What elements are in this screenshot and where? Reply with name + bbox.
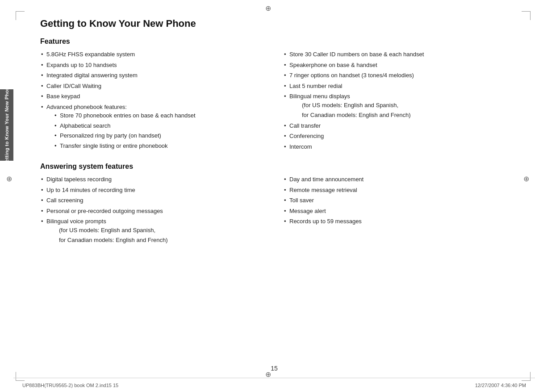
answering-section-title: Answering system features: [40, 163, 508, 171]
features-left-col: 5.8GHz FHSS expandable system Expands up…: [40, 50, 265, 153]
list-item: Transfer single listing or entire phoneb…: [54, 142, 265, 150]
list-item: Day and time announcement: [283, 175, 508, 184]
features-right-list: Store 30 Caller ID numbers on base & eac…: [283, 50, 508, 151]
page-title: Getting to Know Your New Phone: [40, 18, 508, 29]
main-content: Getting to Know Your New Phone Features …: [13, 0, 535, 392]
list-item: Remote message retrieval: [283, 186, 508, 195]
list-item: Base keypad: [40, 92, 265, 101]
features-columns: 5.8GHz FHSS expandable system Expands up…: [40, 50, 508, 153]
list-item: Bilingual voice prompts (for US models: …: [40, 217, 265, 245]
list-item: Records up to 59 messages: [283, 217, 508, 226]
list-item: Call transfer: [283, 121, 508, 130]
features-left-list: 5.8GHz FHSS expandable system Expands up…: [40, 50, 265, 150]
sidebar-tab: Getting to Know Your New Phone: [0, 89, 13, 161]
bilingual-indent-2: for Canadian models: English and French): [289, 111, 508, 120]
list-item: Personal or pre-recorded outgoing messag…: [40, 207, 265, 216]
list-item: Advanced phonebook features: Store 70 ph…: [40, 103, 265, 150]
answering-bilingual-1: (for US models: English and Spanish,: [46, 226, 265, 235]
list-item: Intercom: [283, 142, 508, 151]
list-item: Expands up to 10 handsets: [40, 61, 265, 70]
bilingual-indent-1: (for US models: English and Spanish,: [289, 101, 508, 110]
sidebar-label: Getting to Know Your New Phone: [4, 84, 9, 166]
list-item: Alphabetical search: [54, 121, 265, 130]
features-sub-list: Store 70 phonebook entries on base & eac…: [54, 111, 265, 150]
answering-right-list: Day and time announcement Remote message…: [283, 175, 508, 226]
list-item: Toll saver: [283, 196, 508, 205]
answering-bilingual-2: for Canadian models: English and French): [46, 236, 265, 245]
footer-bar: UP883BH(TRU9565-2) book OM 2.ind15 15 12…: [13, 378, 535, 392]
answering-right-col: Day and time announcement Remote message…: [283, 175, 508, 246]
list-item: Store 30 Caller ID numbers on base & eac…: [283, 50, 508, 59]
answering-left-list: Digital tapeless recording Up to 14 minu…: [40, 175, 265, 245]
list-item: Message alert: [283, 207, 508, 216]
list-item: Call screening: [40, 196, 265, 205]
crosshair-left: ⊕: [4, 174, 13, 183]
list-item: Digital tapeless recording: [40, 175, 265, 184]
list-item: 5.8GHz FHSS expandable system: [40, 50, 265, 59]
list-item: 7 ringer options on handset (3 tones/4 m…: [283, 71, 508, 80]
page-number: 15: [271, 365, 278, 372]
list-item: Up to 14 minutes of recording time: [40, 186, 265, 195]
answering-left-col: Digital tapeless recording Up to 14 minu…: [40, 175, 265, 246]
features-section-title: Features: [40, 38, 508, 46]
footer-left: UP883BH(TRU9565-2) book OM 2.ind15 15: [22, 383, 118, 388]
features-right-col: Store 30 Caller ID numbers on base & eac…: [283, 50, 508, 153]
list-item: Personalized ring by party (on handset): [54, 131, 265, 140]
list-item: Store 70 phonebook entries on base & eac…: [54, 111, 265, 120]
list-item: Bilingual menu displays (for US models: …: [283, 92, 508, 120]
list-item: Caller ID/Call Waiting: [40, 82, 265, 91]
list-item: Integrated digital answering system: [40, 71, 265, 80]
footer-right: 12/27/2007 4:36:40 PM: [475, 383, 526, 388]
list-item: Last 5 number redial: [283, 82, 508, 91]
answering-columns: Digital tapeless recording Up to 14 minu…: [40, 175, 508, 246]
list-item: Conferencing: [283, 132, 508, 141]
list-item: Speakerphone on base & handset: [283, 61, 508, 70]
